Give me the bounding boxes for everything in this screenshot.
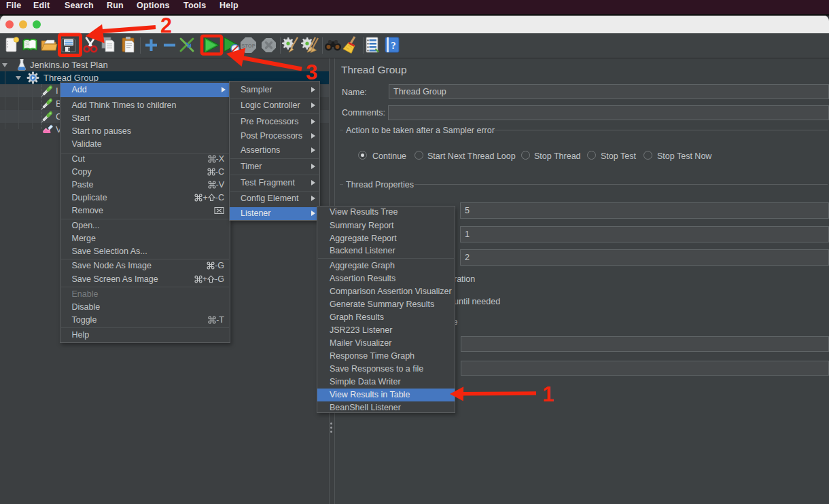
svg-text:?: ? (391, 40, 396, 51)
svg-text:STOP: STOP (241, 43, 255, 49)
